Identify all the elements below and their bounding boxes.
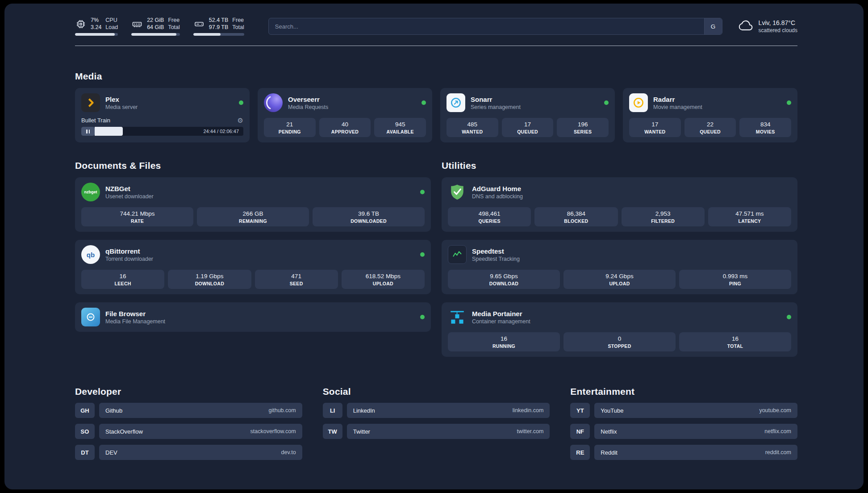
disk-monitor: 52.4 TB 97.9 TB Free Total	[193, 17, 244, 36]
adguard-icon	[448, 183, 467, 201]
link-badge: YT	[570, 403, 590, 418]
weather-widget: Lviv, 16.87°C scattered clouds	[738, 19, 797, 33]
playback-bar[interactable]: 24:44 / 02:06:47	[81, 127, 243, 136]
app-name: AdGuard Home	[472, 185, 523, 192]
stat-box: 2,953 FILTERED	[622, 207, 705, 226]
pause-icon[interactable]	[81, 127, 95, 136]
stat-box: 196 SERIES	[557, 118, 609, 137]
qbittorrent-icon: qb	[81, 245, 100, 264]
app-card-speedtest[interactable]: Speedtest Speedtest Tracking 9.65 Gbps D…	[442, 240, 797, 294]
filebrowser-icon	[81, 308, 100, 326]
stat-box: 21 PENDING	[264, 118, 316, 137]
gear-icon[interactable]: ⚙	[238, 117, 243, 124]
stat-box: 0.993 ms PING	[679, 270, 791, 289]
status-online-dot	[420, 190, 425, 194]
stat-value: 498,461	[450, 210, 529, 217]
stat-value: 16	[681, 335, 789, 342]
stat-box: 16 TOTAL	[679, 332, 791, 351]
stat-value: 39.6 TB	[314, 210, 423, 217]
section-title-developer: Developer	[75, 386, 302, 397]
cpu-monitor: 7% 3.24 CPU Load	[75, 17, 118, 36]
app-name: Plex	[105, 96, 138, 103]
stat-label: MOVIES	[741, 129, 789, 134]
stat-label: RATE	[83, 218, 192, 224]
stat-label: STOPPED	[565, 343, 674, 349]
status-online-dot	[787, 100, 791, 105]
link-youtube[interactable]: YT YouTube youtube.com	[570, 403, 797, 418]
link-stackoverflow[interactable]: SO StackOverflow stackoverflow.com	[75, 424, 302, 439]
status-online-dot	[420, 315, 425, 319]
link-name: LinkedIn	[353, 407, 375, 414]
app-card-filebrowser[interactable]: File Browser Media File Management	[75, 302, 431, 332]
stat-value: 945	[376, 121, 424, 128]
link-twitter[interactable]: TW Twitter twitter.com	[323, 424, 550, 439]
stat-value: 40	[321, 121, 369, 128]
stat-value: 9.24 Gbps	[565, 273, 674, 280]
app-card-nzbget[interactable]: nzbget NZBGet Usenet downloader 744.21 M…	[75, 177, 431, 232]
link-github[interactable]: GH Github github.com	[75, 403, 302, 418]
search-engine-button[interactable]: G	[704, 18, 722, 34]
link-domain: stackoverflow.com	[250, 428, 296, 435]
disk-label-bottom: Total	[232, 24, 244, 31]
app-card-qbittorrent[interactable]: qb qBittorrent Torrent downloader 16	[75, 240, 431, 294]
entertainment-section: Entertainment YT YouTube youtube.com NF …	[570, 386, 797, 460]
cpu-load-value: 3.24	[91, 24, 101, 31]
memory-icon	[131, 18, 143, 30]
app-name: Radarr	[653, 96, 702, 103]
search-input[interactable]	[269, 23, 704, 30]
now-playing-title: Bullet Train	[81, 117, 110, 124]
developer-section: Developer GH Github github.com SO StackO…	[75, 386, 302, 460]
utilities-section: Utilities AdGuard Home	[442, 160, 797, 357]
stat-value: 86,384	[536, 210, 616, 217]
stat-box: 39.6 TB DOWNLOADED	[313, 207, 425, 226]
app-card-plex[interactable]: Plex Media server Bullet Train ⚙	[75, 88, 250, 142]
stat-value: 21	[266, 121, 314, 128]
stat-value: 17	[631, 121, 679, 128]
link-domain: dev.to	[281, 449, 296, 455]
topbar-divider	[75, 46, 797, 46]
app-subtitle: Media File Management	[105, 318, 165, 325]
stat-box: 47.571 ms LATENCY	[708, 207, 791, 226]
stat-box: 498,461 QUERIES	[448, 207, 531, 226]
app-card-overseerr[interactable]: Overseerr Media Requests 21 PENDING 40 A…	[258, 88, 432, 142]
cloud-icon	[738, 20, 754, 33]
memory-usage-bar	[131, 33, 180, 36]
stat-value: 0	[565, 335, 674, 342]
app-subtitle: Media Requests	[288, 104, 328, 110]
link-domain: twitter.com	[517, 428, 544, 435]
stat-box: 0 STOPPED	[563, 332, 676, 351]
stat-label: APPROVED	[321, 129, 369, 134]
weather-location: Lviv, 16.87°C	[759, 19, 797, 26]
stat-box: 22 QUEUED	[684, 118, 736, 137]
stats-row: 744.21 Mbps RATE 266 GB REMAINING 39.6 T…	[81, 201, 425, 226]
stat-label: BLOCKED	[536, 218, 616, 224]
app-card-radarr[interactable]: Radarr Movie management 17 WANTED 22 QUE…	[623, 88, 797, 142]
link-badge: SO	[75, 424, 95, 439]
stat-label: LATENCY	[710, 218, 789, 224]
link-netflix[interactable]: NF Netflix netflix.com	[570, 424, 797, 439]
app-card-sonarr[interactable]: Sonarr Series management 485 WANTED 17 Q…	[440, 88, 615, 142]
stat-label: PING	[681, 281, 789, 286]
stats-row: 485 WANTED 17 QUEUED 196 SERIES	[447, 112, 609, 137]
link-linkedin[interactable]: LI LinkedIn linkedin.com	[323, 403, 550, 418]
cpu-label-top: CPU	[105, 17, 118, 24]
app-card-adguard[interactable]: AdGuard Home DNS and adblocking 498,461 …	[442, 177, 797, 232]
stat-label: DOWNLOADED	[314, 218, 423, 224]
memory-label-top: Free	[168, 17, 179, 24]
media-card-grid: Plex Media server Bullet Train ⚙	[75, 88, 797, 142]
radarr-icon	[629, 93, 648, 112]
stat-box: 485 WANTED	[447, 118, 498, 137]
link-name: YouTube	[601, 407, 623, 414]
stat-value: 2,953	[623, 210, 703, 217]
link-reddit[interactable]: RE Reddit reddit.com	[570, 445, 797, 460]
topbar: 7% 3.24 CPU Load	[75, 17, 797, 36]
stat-box: 40 APPROVED	[319, 118, 371, 137]
stat-box: 1.19 Gbps DOWNLOAD	[168, 270, 251, 289]
stat-label: TOTAL	[681, 343, 789, 349]
cpu-icon	[75, 18, 87, 30]
app-subtitle: Container management	[472, 318, 530, 325]
app-name: NZBGet	[105, 185, 154, 192]
app-card-portainer[interactable]: Media Portainer Container management 16 …	[442, 302, 797, 357]
link-dev[interactable]: DT DEV dev.to	[75, 445, 302, 460]
app-subtitle: Media server	[105, 104, 138, 110]
